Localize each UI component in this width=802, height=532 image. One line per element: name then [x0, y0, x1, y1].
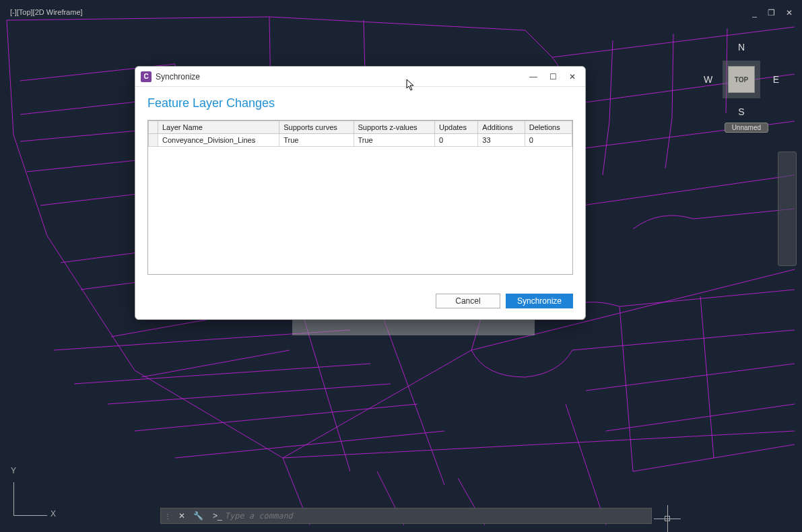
cell-additions: 33	[478, 134, 525, 147]
viewport-label[interactable]: [-][Top][2D Wireframe]	[10, 8, 83, 16]
table-corner	[149, 121, 158, 134]
table-row[interactable]: Conveyance_Division_Lines True True 0 33…	[149, 134, 572, 147]
synchronize-dialog: C Synchronize — ☐ ✕ Feature Layer Change…	[135, 66, 586, 320]
ucs-name-badge[interactable]: Unnamed	[725, 123, 768, 133]
dialog-close-icon[interactable]: ✕	[569, 72, 576, 81]
dialog-titlebar[interactable]: C Synchronize — ☐ ✕	[135, 67, 585, 87]
dialog-app-icon: C	[141, 71, 152, 82]
dialog-shadow	[292, 319, 535, 335]
command-line[interactable]: ⋮ ✕ 🔧 >_	[160, 508, 652, 524]
row-selector[interactable]	[149, 134, 158, 147]
command-prompt-icon: >_	[207, 511, 225, 521]
compass-north[interactable]: N	[738, 42, 745, 53]
view-cube-face[interactable]: TOP	[728, 66, 755, 93]
command-customize-icon[interactable]: 🔧	[189, 511, 207, 521]
layer-changes-table: Layer Name Supports curves Supports z-va…	[148, 121, 572, 147]
cell-deletions: 0	[525, 134, 572, 147]
command-close-icon[interactable]: ✕	[174, 511, 189, 521]
minimize-icon[interactable]: _	[749, 7, 760, 19]
cursor-icon	[406, 79, 415, 91]
view-cube[interactable]: N S E W TOP	[701, 39, 782, 120]
cell-supports-z: True	[354, 134, 434, 147]
col-updates[interactable]: Updates	[434, 121, 477, 134]
ucs-x-label: X	[51, 509, 56, 519]
dialog-minimize-icon[interactable]: —	[529, 72, 537, 81]
cell-supports-curves: True	[279, 134, 354, 147]
compass-east[interactable]: E	[773, 74, 779, 85]
command-drag-handle-icon[interactable]: ⋮	[161, 508, 174, 523]
layer-changes-table-container: Layer Name Supports curves Supports z-va…	[147, 120, 573, 275]
col-deletions[interactable]: Deletions	[525, 121, 572, 134]
compass-west[interactable]: W	[704, 74, 712, 85]
maximize-icon[interactable]: ❐	[765, 7, 778, 19]
command-input[interactable]	[225, 511, 651, 521]
col-supports-z[interactable]: Supports z-values	[354, 121, 434, 134]
cell-updates: 0	[434, 134, 477, 147]
close-icon[interactable]: ✕	[783, 7, 795, 19]
col-supports-curves[interactable]: Supports curves	[279, 121, 354, 134]
app-window-controls: _ ❐ ✕	[749, 7, 795, 19]
crosshair-cursor-icon	[661, 512, 674, 525]
col-additions[interactable]: Additions	[478, 121, 525, 134]
synchronize-button[interactable]: Synchronize	[506, 294, 573, 308]
dialog-maximize-icon[interactable]: ☐	[549, 72, 557, 81]
dialog-title: Synchronize	[156, 72, 200, 81]
ucs-icon[interactable]: X Y	[13, 475, 54, 516]
dialog-heading: Feature Layer Changes	[147, 96, 573, 110]
navigation-bar[interactable]	[778, 152, 797, 266]
col-layer-name[interactable]: Layer Name	[158, 121, 279, 134]
ucs-y-label: Y	[11, 466, 16, 475]
cancel-button[interactable]: Cancel	[436, 294, 500, 308]
compass-south[interactable]: S	[738, 106, 744, 117]
cell-layer-name: Conveyance_Division_Lines	[158, 134, 279, 147]
